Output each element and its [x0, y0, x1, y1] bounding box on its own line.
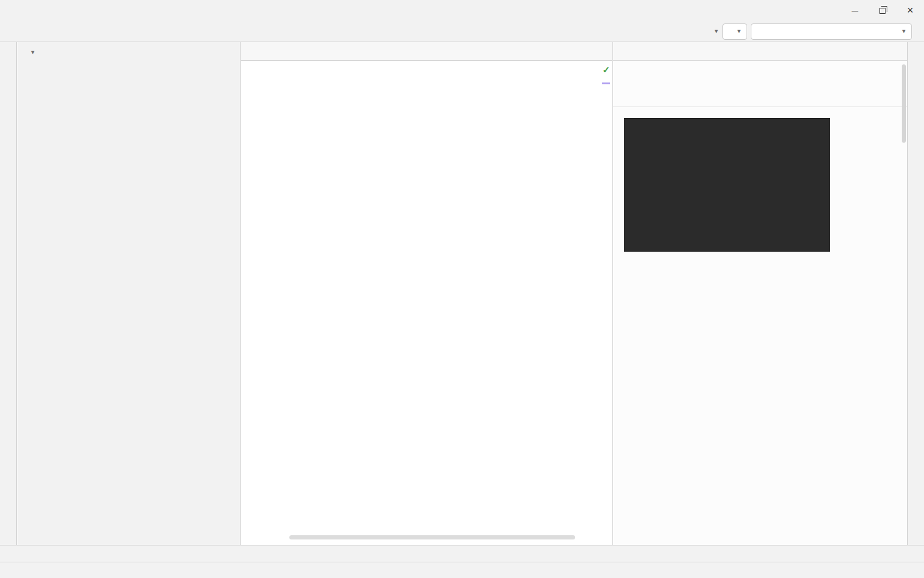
right-tool-strip — [907, 42, 924, 545]
build-dropdown-caret-icon[interactable]: ▼ — [713, 28, 719, 34]
live-edit-screenshot — [624, 118, 830, 252]
panel-scrollbar[interactable] — [902, 64, 906, 143]
assistant-tab-bar — [613, 42, 907, 61]
assistant-panel — [612, 42, 907, 545]
inspections-ok-icon[interactable]: ✓ — [602, 64, 610, 75]
editor-horizontal-scrollbar[interactable] — [289, 535, 575, 539]
code-area[interactable]: ✓ — [241, 61, 612, 544]
chevron-down-icon[interactable]: ▼ — [30, 49, 35, 55]
editor-tab-bar — [241, 42, 612, 61]
inspection-strip: ✓ — [600, 61, 612, 544]
android-studio-logo-icon — [10, 5, 22, 17]
restore-button[interactable] — [869, 0, 896, 21]
project-tool-window: ▼ — [17, 42, 241, 545]
selection-mark-icon — [602, 82, 610, 84]
main-area: ▼ ✓ — [0, 42, 924, 545]
device-select[interactable]: ▼ — [751, 23, 912, 40]
title-bar: ─ × — [0, 0, 924, 21]
build-hammer-button[interactable] — [693, 23, 709, 39]
chevron-down-icon: ▼ — [736, 28, 742, 34]
status-bar — [0, 562, 924, 578]
editor: ✓ — [241, 42, 612, 545]
left-tool-strip — [0, 42, 17, 545]
run-configuration-select[interactable]: ▼ — [722, 23, 747, 40]
close-button[interactable]: × — [896, 0, 924, 21]
tool-window-bar — [0, 545, 924, 562]
divider — [613, 107, 907, 107]
chevron-down-icon: ▼ — [901, 28, 907, 34]
restore-icon — [879, 8, 886, 14]
minimize-button[interactable]: ─ — [841, 0, 869, 21]
whats-new-content — [613, 61, 907, 544]
navigation-bar: ▼ ▼ ▼ — [0, 21, 924, 42]
